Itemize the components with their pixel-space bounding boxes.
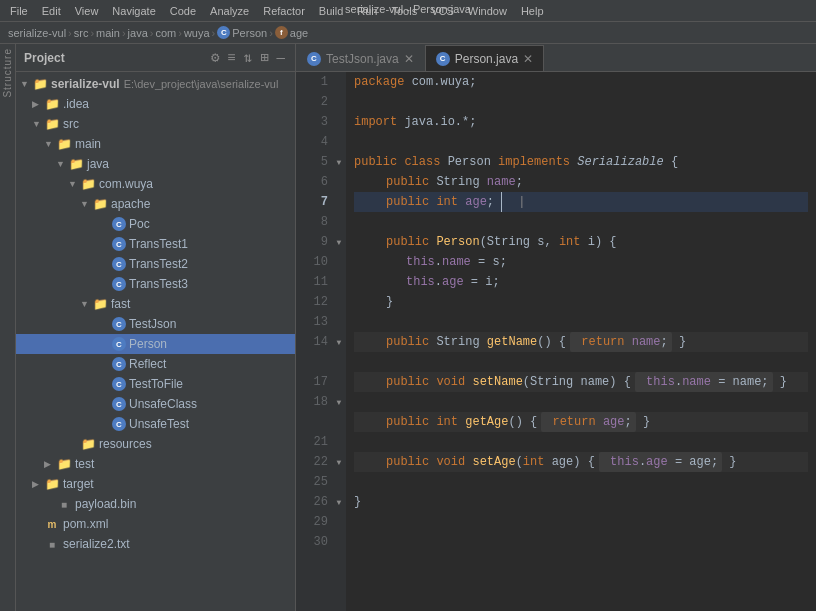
- tab-testjson-close[interactable]: ✕: [404, 52, 414, 66]
- tree-unsafetest[interactable]: C UnsafeTest: [16, 414, 295, 434]
- testjson-label: TestJson: [129, 317, 176, 331]
- tab-testjson[interactable]: C TestJson.java ✕: [296, 45, 425, 71]
- tree-transtest1[interactable]: C TransTest1: [16, 234, 295, 254]
- pom-label: pom.xml: [63, 517, 108, 531]
- com-label: com.wuya: [99, 177, 153, 191]
- code-line-7: public int age; |: [354, 192, 808, 212]
- test-arrow: ▶: [44, 459, 56, 469]
- tab-person-icon: C: [436, 52, 450, 66]
- menu-refactor[interactable]: Refactor: [257, 3, 311, 19]
- tree-idea[interactable]: ▶ 📁 .idea: [16, 94, 295, 114]
- tree-root[interactable]: ▼ 📁 serialize-vul E:\dev_project\java\se…: [16, 74, 295, 94]
- tree-fast[interactable]: ▼ 📁 fast: [16, 294, 295, 314]
- idea-arrow: ▶: [32, 99, 44, 109]
- fold-setage[interactable]: ▼: [337, 498, 342, 507]
- menu-code[interactable]: Code: [164, 3, 202, 19]
- breadcrumb-main[interactable]: main: [96, 27, 120, 39]
- fold-getname[interactable]: ▼: [337, 338, 342, 347]
- menu-analyze[interactable]: Analyze: [204, 3, 255, 19]
- tree-com[interactable]: ▼ 📁 com.wuya: [16, 174, 295, 194]
- target-label: target: [63, 477, 94, 491]
- tree-payload[interactable]: ■ payload.bin: [16, 494, 295, 514]
- src-folder-icon: 📁: [44, 116, 60, 132]
- tree-testjson[interactable]: C TestJson: [16, 314, 295, 334]
- fast-arrow: ▼: [80, 299, 92, 309]
- expand-icon[interactable]: ⊞: [258, 49, 270, 66]
- project-header: Project ⚙ ≡ ⇅ ⊞ —: [16, 44, 295, 72]
- transtest2-java-icon: C: [112, 257, 126, 271]
- tree-serialize2[interactable]: ■ serialize2.txt: [16, 534, 295, 554]
- breadcrumb-com[interactable]: com: [155, 27, 176, 39]
- breadcrumb-src[interactable]: src: [74, 27, 89, 39]
- breadcrumb-wuya[interactable]: wuya: [184, 27, 210, 39]
- tree-main[interactable]: ▼ 📁 main: [16, 134, 295, 154]
- menu-view[interactable]: View: [69, 3, 105, 19]
- resources-label: resources: [99, 437, 152, 451]
- tree-test[interactable]: ▶ 📁 test: [16, 454, 295, 474]
- settings-icon[interactable]: —: [275, 50, 287, 66]
- tree-apache[interactable]: ▼ 📁 apache: [16, 194, 295, 214]
- menu-edit[interactable]: Edit: [36, 3, 67, 19]
- com-arrow: ▼: [68, 179, 80, 189]
- editor-area: C TestJson.java ✕ C Person.java ✕ 1 2 3 …: [296, 44, 816, 611]
- tree-java[interactable]: ▼ 📁 java: [16, 154, 295, 174]
- fold-constructor[interactable]: ▼: [337, 238, 342, 247]
- transtest3-java-icon: C: [112, 277, 126, 291]
- resources-folder-icon: 📁: [80, 436, 96, 452]
- code-line-22: public int getAge() { return age; }: [354, 412, 808, 432]
- structure-tab[interactable]: Structure: [0, 44, 16, 611]
- menu-build[interactable]: Build: [313, 3, 349, 19]
- breadcrumb-person[interactable]: Person: [232, 27, 267, 39]
- breadcrumb-age[interactable]: age: [290, 27, 308, 39]
- code-line-29: [354, 472, 808, 492]
- gear-icon[interactable]: ⚙: [209, 49, 221, 66]
- reflect-java-icon: C: [112, 357, 126, 371]
- transtest2-label: TransTest2: [129, 257, 188, 271]
- tab-testjson-label: TestJson.java: [326, 52, 399, 66]
- target-arrow: ▶: [32, 479, 44, 489]
- code-line-1: package com.wuya;: [354, 72, 808, 92]
- fold-setname[interactable]: ▼: [337, 398, 342, 407]
- list-icon[interactable]: ≡: [225, 50, 237, 66]
- apache-label: apache: [111, 197, 150, 211]
- reflect-label: Reflect: [129, 357, 166, 371]
- code-line-4: [354, 132, 808, 152]
- code-line-10: this.name = s;: [354, 252, 808, 272]
- unsafeclass-java-icon: C: [112, 397, 126, 411]
- com-folder-icon: 📁: [80, 176, 96, 192]
- breadcrumb-java[interactable]: java: [128, 27, 148, 39]
- tree-transtest3[interactable]: C TransTest3: [16, 274, 295, 294]
- code-line-30: }: [354, 492, 808, 512]
- java-label: java: [87, 157, 109, 171]
- code-line-21: [354, 392, 808, 412]
- root-path: E:\dev_project\java\serialize-vul: [124, 78, 279, 90]
- tree-pomxml[interactable]: m pom.xml: [16, 514, 295, 534]
- tree-unsafeclass[interactable]: C UnsafeClass: [16, 394, 295, 414]
- src-arrow: ▼: [32, 119, 44, 129]
- tab-person-close[interactable]: ✕: [523, 52, 533, 66]
- sort-icon[interactable]: ⇅: [242, 49, 254, 66]
- tree-testtofile[interactable]: C TestToFile: [16, 374, 295, 394]
- fold-getage[interactable]: ▼: [337, 458, 342, 467]
- file-tree: ▼ 📁 serialize-vul E:\dev_project\java\se…: [16, 72, 295, 611]
- tree-reflect[interactable]: C Reflect: [16, 354, 295, 374]
- src-label: src: [63, 117, 79, 131]
- fold-class[interactable]: ▼: [337, 158, 342, 167]
- payload-bin-icon: ■: [56, 496, 72, 512]
- code-content[interactable]: package com.wuya; import java.io.*; publ…: [346, 72, 816, 611]
- tree-transtest2[interactable]: C TransTest2: [16, 254, 295, 274]
- breadcrumb-field-icon: f: [275, 26, 288, 39]
- menu-help[interactable]: Help: [515, 3, 550, 19]
- code-editor[interactable]: 1 2 3 4 5 6 7 8 9 10 11 12 13 14 17 18: [296, 72, 816, 611]
- payload-label: payload.bin: [75, 497, 136, 511]
- tree-poc[interactable]: C Poc: [16, 214, 295, 234]
- code-line-14: public String getName() { return name; }: [354, 332, 808, 352]
- tab-person[interactable]: C Person.java ✕: [425, 45, 544, 71]
- breadcrumb-project[interactable]: serialize-vul: [8, 27, 66, 39]
- tree-resources[interactable]: 📁 resources: [16, 434, 295, 454]
- menu-file[interactable]: File: [4, 3, 34, 19]
- tree-target[interactable]: ▶ 📁 target: [16, 474, 295, 494]
- tree-person[interactable]: C Person: [16, 334, 295, 354]
- tree-src[interactable]: ▼ 📁 src: [16, 114, 295, 134]
- menu-navigate[interactable]: Navigate: [106, 3, 161, 19]
